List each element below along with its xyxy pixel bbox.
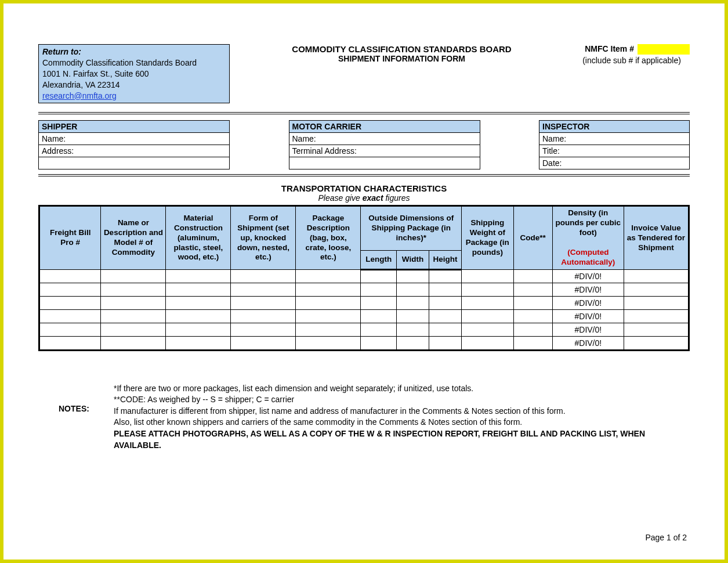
col-width: Width — [396, 251, 429, 270]
page-number: Page 1 of 2 — [645, 533, 687, 542]
sub-prefix: Please give — [318, 193, 362, 203]
density-cell: #DIV/0! — [552, 296, 624, 309]
return-org: Commodity Classification Standards Board — [42, 57, 226, 68]
col-weight: Shipping Weight of Package (in pounds) — [461, 206, 513, 269]
col-invoice: Invoice Value as Tendered for Shipment — [624, 206, 689, 269]
carrier-header: MOTOR CARRIER — [289, 121, 480, 133]
density-cell: #DIV/0! — [552, 336, 624, 350]
inspector-box: INSPECTOR Name: Title: Date: — [539, 120, 690, 169]
notes-block: NOTES: *If there are two or more package… — [38, 383, 690, 452]
inspector-name[interactable]: Name: — [539, 133, 690, 145]
note-3: If manufacturer is different from shippe… — [114, 406, 690, 417]
density-red: (Computed Automatically) — [561, 248, 615, 266]
table-row[interactable]: #DIV/0! — [39, 309, 689, 323]
shipper-address[interactable]: Address: — [39, 145, 230, 157]
return-label: Return to: — [42, 47, 81, 56]
inspector-date[interactable]: Date: — [539, 157, 690, 169]
density-cell: #DIV/0! — [552, 269, 624, 283]
nmfc-label: NMFC Item # — [585, 44, 634, 53]
col-code: Code** — [513, 206, 552, 269]
carrier-box: MOTOR CARRIER Name: Terminal Address: — [289, 120, 480, 169]
shipper-header: SHIPPER — [39, 121, 230, 133]
return-email-link[interactable]: research@nmfta.org — [42, 91, 117, 100]
col-length: Length — [361, 251, 397, 270]
table-row[interactable]: #DIV/0! — [39, 323, 689, 336]
return-to-box: Return to: Commodity Classification Stan… — [38, 44, 230, 103]
section-sub: Please give exact figures — [38, 193, 690, 203]
title-line1: COMMODITY CLASSIFICATION STANDARDS BOARD — [236, 44, 568, 54]
note-1: *If there are two or more packages, list… — [114, 383, 690, 395]
density-cell: #DIV/0! — [552, 309, 624, 323]
shipper-name[interactable]: Name: — [39, 133, 230, 145]
divider-2 — [38, 174, 690, 176]
col-material: Material Construction (aluminum, plastic… — [166, 206, 231, 269]
col-height: Height — [429, 251, 461, 270]
col-outside: Outside Dimensions of Shipping Package (… — [361, 206, 462, 251]
col-package: Package Description (bag, box, crate, lo… — [296, 206, 361, 269]
col-freight: Freight Bill Pro # — [39, 206, 101, 269]
note-2: **CODE: As weighed by -- S = shipper; C … — [114, 394, 690, 406]
inspector-title[interactable]: Title: — [539, 145, 690, 157]
title-line2: SHIPMENT INFORMATION FORM — [236, 54, 568, 63]
sub-exact: exact — [363, 193, 383, 203]
nmfc-item-field[interactable] — [638, 44, 690, 55]
document-title: COMMODITY CLASSIFICATION STANDARDS BOARD… — [230, 44, 574, 63]
density-cell: #DIV/0! — [552, 283, 624, 296]
table-row[interactable]: #DIV/0! — [39, 283, 689, 296]
nmfc-sub: (include sub # if applicable) — [574, 56, 690, 65]
table-row[interactable]: #DIV/0! — [39, 296, 689, 309]
notes-label: NOTES: — [38, 383, 114, 452]
nmfc-block: NMFC Item # (include sub # if applicable… — [574, 44, 690, 65]
table-row[interactable]: #DIV/0! — [39, 269, 689, 283]
party-boxes: SHIPPER Name: Address: MOTOR CARRIER Nam… — [38, 120, 690, 169]
note-4: Also, list other known shippers and carr… — [114, 417, 690, 428]
density-top: Density (in pounds per cubic foot) — [556, 208, 621, 237]
return-addr1: 1001 N. Fairfax St., Suite 600 — [42, 68, 226, 80]
header-row: Return to: Commodity Classification Stan… — [38, 44, 690, 103]
note-5: PLEASE ATTACH PHOTOGRAPHS, AS WELL AS A … — [114, 428, 690, 451]
carrier-blank[interactable] — [289, 157, 480, 169]
col-name: Name or Description and Model # of Commo… — [101, 206, 166, 269]
carrier-address[interactable]: Terminal Address: — [289, 145, 480, 157]
divider — [38, 112, 690, 114]
inspector-header: INSPECTOR — [539, 121, 690, 133]
carrier-name[interactable]: Name: — [289, 133, 480, 145]
shipper-box: SHIPPER Name: Address: — [38, 120, 230, 169]
characteristics-table: Freight Bill Pro # Name or Description a… — [38, 205, 690, 351]
section-title: TRANSPORTATION CHARACTERISTICS — [38, 183, 690, 193]
col-form: Form of Shipment (set up, knocked down, … — [231, 206, 296, 269]
col-density: Density (in pounds per cubic foot) (Comp… — [552, 206, 624, 269]
sub-suffix: figures — [383, 193, 410, 203]
return-addr2: Alexandria, VA 22314 — [42, 80, 226, 91]
shipper-blank[interactable] — [39, 157, 230, 169]
table-row[interactable]: #DIV/0! — [39, 336, 689, 350]
density-cell: #DIV/0! — [552, 323, 624, 336]
